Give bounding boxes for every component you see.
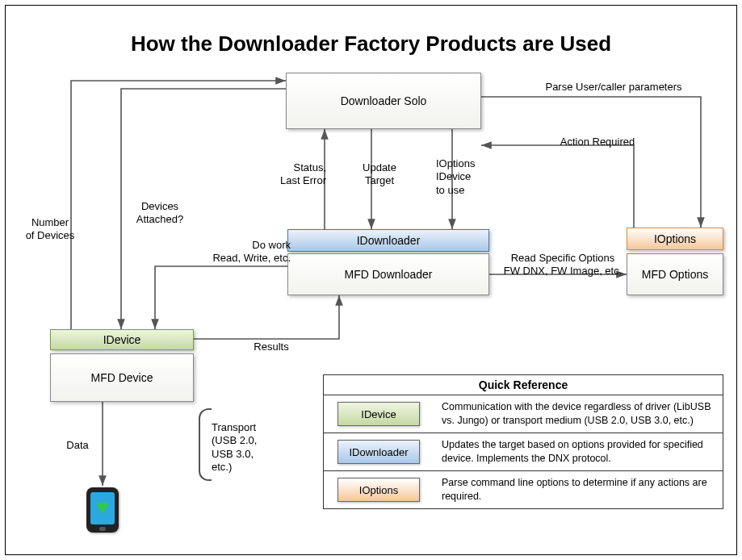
label-read-options: Read Specific Options FW DNX, FW Image, …	[494, 252, 631, 278]
legend-chip: IDownloader	[337, 440, 420, 464]
label-num-devices: Number of Devices	[18, 216, 82, 243]
node-mfd-options: MFD Options	[627, 253, 723, 295]
diagram-title: How the Downloader Factory Products are …	[0, 31, 742, 56]
legend-panel: Quick Reference IDeviceCommunication wit…	[323, 374, 723, 509]
node-downloader-solo: Downloader Solo	[286, 73, 481, 129]
legend-row: IDownloaderUpdates the target based on o…	[324, 433, 723, 471]
legend-text: Updates the target based on options prov…	[434, 433, 723, 470]
label-action-required: Action Required	[541, 136, 654, 148]
device-phone-icon	[86, 487, 119, 533]
label-ioptions-idevice: IOptions IDevice to use	[436, 157, 501, 197]
legend-title: Quick Reference	[324, 375, 723, 395]
node-idownloader: IDownloader	[287, 229, 489, 252]
label-status-lasterr: Status, Last Error	[258, 161, 326, 188]
label-results: Results	[239, 341, 304, 353]
node-idevice: IDevice	[50, 329, 194, 350]
node-mfd-device: MFD Device	[50, 353, 194, 402]
legend-text: Parse command line options to determine …	[434, 471, 723, 508]
label-update-target: Update Target	[354, 161, 405, 188]
node-ioptions: IOptions	[627, 228, 723, 250]
brace-transport	[199, 408, 212, 481]
legend-row: IDeviceCommunication with the device reg…	[324, 395, 723, 433]
legend-row: IOptionsParse command line options to de…	[324, 471, 723, 508]
label-data: Data	[60, 439, 95, 452]
node-mfd-downloader: MFD Downloader	[287, 253, 489, 295]
legend-chip: IDevice	[337, 402, 420, 426]
label-parse-params: Parse User/caller parameters	[517, 81, 711, 94]
legend-rows: IDeviceCommunication with the device reg…	[324, 395, 723, 508]
legend-chip: IOptions	[337, 478, 420, 502]
label-devices-attached: Devices Attached?	[128, 200, 192, 227]
legend-text: Communication with the device regardless…	[434, 395, 723, 433]
download-arrow-icon	[96, 503, 109, 514]
label-transport: Transport (USB 2.0, USB 3.0, etc.)	[212, 421, 292, 474]
label-do-work: Do work Read, Write, etc.	[186, 239, 291, 265]
